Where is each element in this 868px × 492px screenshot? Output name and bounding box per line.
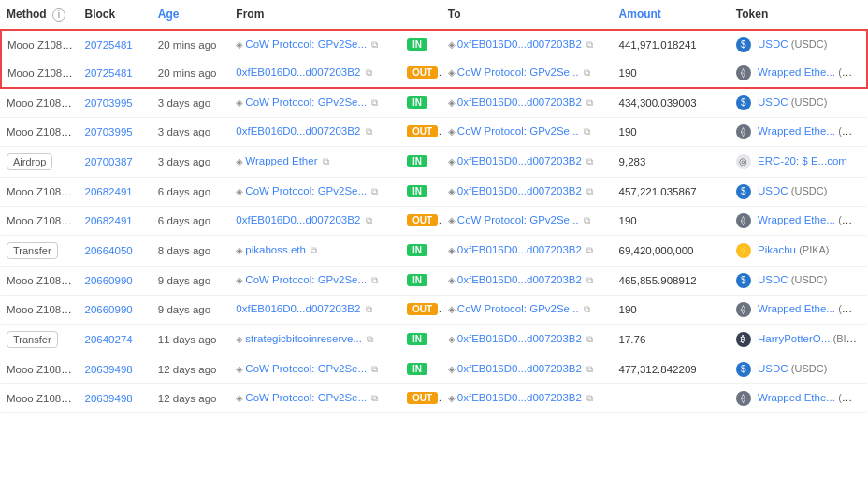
token-name-link[interactable]: HarryPotterO... <box>758 333 830 344</box>
block-link[interactable]: 20640274 <box>85 334 133 345</box>
amount-value: 190 <box>619 304 637 315</box>
from-address-link[interactable]: 0xfEB016D0...d007203B2 <box>236 66 360 78</box>
block-link[interactable]: 20700387 <box>85 156 133 167</box>
from-address-link[interactable]: CoW Protocol: GPv2Se... <box>245 96 367 108</box>
cell-amount: 17.76 <box>614 324 731 355</box>
block-link[interactable]: 20725481 <box>85 39 133 51</box>
to-icon: ◈ <box>448 393 456 403</box>
from-address-link[interactable]: CoW Protocol: GPv2Se... <box>245 363 367 374</box>
token-name-link[interactable]: USDC <box>758 96 788 108</box>
to-address-link[interactable]: CoW Protocol: GPv2Se... <box>457 125 579 137</box>
copy-to-icon[interactable]: ⧉ <box>586 393 598 404</box>
copy-from-icon[interactable]: ⧉ <box>323 156 334 167</box>
token-name-link[interactable]: Wrapped Ethe... <box>758 214 835 225</box>
to-icon: ◈ <box>448 126 456 137</box>
copy-to-icon[interactable]: ⧉ <box>586 275 598 286</box>
token-name-link[interactable]: Wrapped Ethe... <box>758 303 835 314</box>
block-link[interactable]: 20639498 <box>85 393 133 404</box>
to-address-link[interactable]: 0xfEB016D0...d007203B2 <box>457 185 582 196</box>
to-icon: ◈ <box>448 97 456 108</box>
token-name-link[interactable]: USDC <box>758 38 788 50</box>
copy-to-icon[interactable]: ⧉ <box>584 126 595 137</box>
header-age[interactable]: Age <box>152 0 231 30</box>
weth-icon: ⟠ <box>736 213 751 228</box>
from-address-link[interactable]: strategicbitcoinreserve... <box>245 333 362 344</box>
to-address-link[interactable]: 0xfEB016D0...d007203B2 <box>457 363 582 374</box>
block-link[interactable]: 20725481 <box>85 67 133 79</box>
cell-direction: IN <box>401 146 442 177</box>
cell-direction: IN <box>401 235 442 266</box>
to-address-link[interactable]: CoW Protocol: GPv2Se... <box>457 303 579 314</box>
copy-to-icon[interactable]: ⧉ <box>586 39 598 51</box>
from-address-link[interactable]: Wrapped Ether <box>245 155 317 166</box>
token-name-link[interactable]: Wrapped Ethe... <box>758 392 835 403</box>
to-address-link[interactable]: 0xfEB016D0...d007203B2 <box>457 96 582 108</box>
copy-from-icon[interactable]: ⧉ <box>371 275 383 286</box>
to-address-link[interactable]: 0xfEB016D0...d007203B2 <box>457 244 582 255</box>
token-name-link[interactable]: Wrapped Ethe... <box>758 66 835 78</box>
token-name-link[interactable]: Wrapped Ethe... <box>758 125 835 137</box>
direction-badge: OUT <box>407 66 438 79</box>
copy-from-icon[interactable]: ⧉ <box>371 393 383 404</box>
token-name-link[interactable]: USDC <box>758 363 788 374</box>
from-address-link[interactable]: 0xfEB016D0...d007203B2 <box>236 303 360 314</box>
to-address-link[interactable]: CoW Protocol: GPv2Se... <box>457 66 579 78</box>
to-address-link[interactable]: 0xfEB016D0...d007203B2 <box>457 274 582 285</box>
to-address-link[interactable]: 0xfEB016D0...d007203B2 <box>457 333 582 344</box>
block-link[interactable]: 20639498 <box>85 364 133 375</box>
copy-from-icon[interactable]: ⧉ <box>366 304 377 315</box>
cell-block: 20725481 <box>80 30 152 59</box>
copy-from-icon[interactable]: ⧉ <box>371 186 383 197</box>
block-link[interactable]: 20703995 <box>85 97 133 109</box>
to-address-link[interactable]: 0xfEB016D0...d007203B2 <box>457 38 582 50</box>
copy-to-icon[interactable]: ⧉ <box>584 67 595 79</box>
cell-direction: IN <box>401 266 442 295</box>
from-address-link[interactable]: 0xfEB016D0...d007203B2 <box>236 214 360 225</box>
token-name-link[interactable]: ERC-20: $ E...com <box>758 155 847 166</box>
block-link[interactable]: 20664050 <box>85 245 133 256</box>
copy-to-icon[interactable]: ⧉ <box>586 97 598 109</box>
token-symbol: (USDC) <box>791 38 828 50</box>
from-address-link[interactable]: CoW Protocol: GPv2Se... <box>245 392 367 403</box>
direction-badge: OUT <box>407 214 438 226</box>
copy-to-icon[interactable]: ⧉ <box>586 186 598 197</box>
from-address-link[interactable]: 0xfEB016D0...d007203B2 <box>236 125 360 137</box>
token-name-link[interactable]: USDC <box>758 274 788 285</box>
block-link[interactable]: 20682491 <box>85 215 133 226</box>
cell-age: 20 mins ago <box>152 30 231 59</box>
copy-from-icon[interactable]: ⧉ <box>371 39 383 51</box>
copy-to-icon[interactable]: ⧉ <box>584 304 595 315</box>
token-name-link[interactable]: Pikachu <box>758 244 796 255</box>
copy-from-icon[interactable]: ⧉ <box>311 245 322 256</box>
copy-from-icon[interactable]: ⧉ <box>366 215 377 226</box>
header-amount[interactable]: Amount <box>614 0 731 30</box>
copy-from-icon[interactable]: ⧉ <box>366 67 377 79</box>
copy-to-icon[interactable]: ⧉ <box>586 334 598 345</box>
copy-from-icon[interactable]: ⧉ <box>371 364 383 375</box>
copy-to-icon[interactable]: ⧉ <box>586 364 598 375</box>
copy-to-icon[interactable]: ⧉ <box>584 215 595 226</box>
block-link[interactable]: 20682491 <box>85 186 133 197</box>
block-link[interactable]: 20703995 <box>85 126 133 137</box>
block-link[interactable]: 20660990 <box>85 304 133 315</box>
from-address-link[interactable]: CoW Protocol: GPv2Se... <box>245 185 367 196</box>
from-address-link[interactable]: CoW Protocol: GPv2Se... <box>245 38 367 50</box>
method-info-icon[interactable]: i <box>52 8 65 22</box>
cell-from: ◈CoW Protocol: GPv2Se... ⧉ <box>230 355 401 383</box>
cell-from: 0xfEB016D0...d007203B2 ⧉ <box>230 59 401 88</box>
amount-value: 441,971.018241 <box>619 39 697 51</box>
from-address-link[interactable]: pikaboss.eth <box>245 244 306 255</box>
from-address-link[interactable]: CoW Protocol: GPv2Se... <box>245 274 367 285</box>
direction-badge: IN <box>407 333 427 345</box>
block-link[interactable]: 20660990 <box>85 275 133 286</box>
to-address-link[interactable]: 0xfEB016D0...d007203B2 <box>457 392 582 403</box>
to-address-link[interactable]: 0xfEB016D0...d007203B2 <box>457 155 582 166</box>
cell-method: Mooo Z10896... <box>1 177 80 206</box>
copy-from-icon[interactable]: ⧉ <box>367 334 378 345</box>
copy-to-icon[interactable]: ⧉ <box>586 245 598 256</box>
token-name-link[interactable]: USDC <box>758 185 788 196</box>
copy-from-icon[interactable]: ⧉ <box>371 97 383 109</box>
copy-from-icon[interactable]: ⧉ <box>366 126 377 137</box>
copy-to-icon[interactable]: ⧉ <box>586 156 598 167</box>
to-address-link[interactable]: CoW Protocol: GPv2Se... <box>457 214 579 225</box>
